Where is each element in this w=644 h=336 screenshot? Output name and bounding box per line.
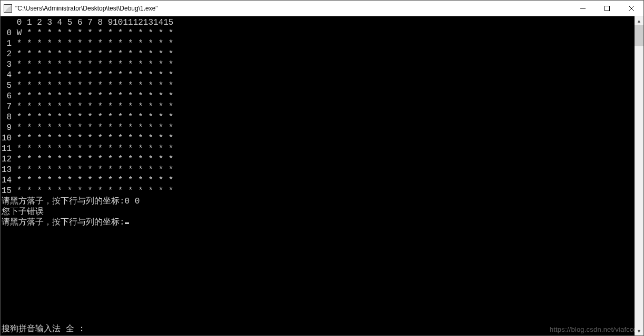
scroll-up-button[interactable]: ▲ bbox=[635, 16, 643, 25]
window-title: "C:\Users\Administrator\Desktop\test\Deb… bbox=[15, 5, 571, 12]
text-cursor bbox=[125, 222, 129, 224]
scroll-thumb[interactable] bbox=[635, 25, 643, 46]
window-frame: "C:\Users\Administrator\Desktop\test\Deb… bbox=[0, 0, 644, 336]
ime-status: 搜狗拼音输入法 全 : bbox=[2, 323, 84, 334]
console-output: 0 1 2 3 4 5 6 7 8 9101112131415 0 W * * … bbox=[1, 16, 643, 335]
scroll-track[interactable] bbox=[635, 25, 643, 327]
svg-rect-1 bbox=[605, 6, 610, 11]
app-icon bbox=[4, 4, 12, 13]
console-area[interactable]: 0 1 2 3 4 5 6 7 8 9101112131415 0 W * * … bbox=[1, 16, 643, 335]
maximize-button[interactable] bbox=[595, 1, 619, 16]
close-button[interactable] bbox=[619, 1, 643, 16]
minimize-button[interactable] bbox=[571, 1, 595, 16]
scroll-down-button[interactable]: ▼ bbox=[635, 327, 643, 335]
scrollbar[interactable]: ▲ ▼ bbox=[635, 16, 643, 335]
window-controls bbox=[571, 1, 643, 16]
titlebar[interactable]: "C:\Users\Administrator\Desktop\test\Deb… bbox=[1, 1, 643, 16]
